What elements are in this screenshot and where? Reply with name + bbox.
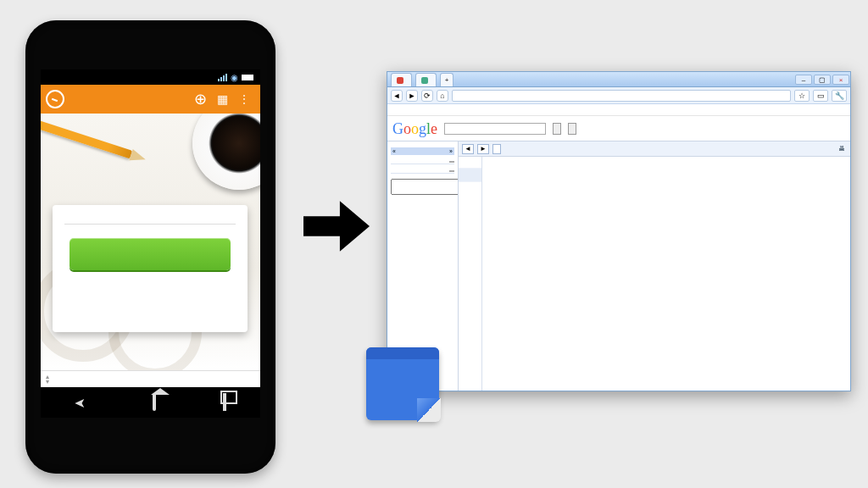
today-button[interactable]	[492, 144, 501, 154]
svg-marker-0	[303, 201, 370, 251]
add-calendar-button[interactable]	[449, 161, 454, 163]
address-bar: ◄ ► ⟳ ⌂ ☆ ▭ 🔧	[387, 87, 850, 104]
browser-titlebar: + – ▢ ×	[387, 72, 850, 87]
maximize-button[interactable]: ▢	[814, 75, 831, 85]
android-status-bar: ◉	[41, 69, 260, 85]
browser-tab[interactable]	[415, 73, 437, 86]
google-topnav	[387, 104, 850, 116]
gcal-grid[interactable]	[459, 157, 850, 391]
search-public-cal-button[interactable]	[568, 123, 576, 135]
minimize-button[interactable]: –	[795, 75, 812, 85]
gcal-controls: ◄ ► 🖶	[459, 141, 850, 157]
current-month-row[interactable]: ▴▾	[41, 370, 260, 387]
tools-button[interactable]: 🔧	[832, 90, 847, 102]
browser-window: + – ▢ × ◄ ► ⟳ ⌂ ☆ ▭ 🔧 Google «»	[387, 71, 851, 391]
google-logo: Google	[392, 120, 437, 136]
home-nav-button[interactable]: ⌂	[437, 90, 448, 102]
back-button[interactable]: ➤	[75, 395, 86, 411]
app-toolbar: ⊕ ▦ ⋮	[41, 85, 260, 114]
coffee-mug-graphic	[192, 114, 260, 190]
gcal-main: ◄ ► 🖶	[459, 141, 850, 391]
start-button[interactable]	[70, 238, 231, 270]
search-my-cal-button[interactable]	[553, 123, 561, 135]
next-week-button[interactable]: ►	[477, 144, 489, 154]
url-input[interactable]	[452, 90, 791, 102]
calendar-search-input[interactable]	[444, 123, 546, 135]
browser-tab[interactable]	[391, 73, 412, 86]
battery-icon	[242, 75, 253, 80]
google-calendar-app-icon	[366, 347, 439, 420]
pencil-graphic	[41, 114, 132, 159]
android-nav-bar: ➤	[41, 387, 260, 418]
mini-prev-icon[interactable]: «	[392, 148, 396, 154]
calendar-icon[interactable]: ▦	[211, 92, 233, 106]
overflow-icon[interactable]: ⋮	[233, 93, 255, 105]
add-friend-input[interactable]	[391, 179, 459, 195]
home-button[interactable]	[153, 395, 156, 410]
arrow-icon	[303, 193, 370, 259]
add-calendar-button[interactable]	[449, 170, 454, 172]
gcal-header: Google	[387, 116, 850, 141]
fwd-nav-button[interactable]: ►	[406, 90, 418, 102]
page-menu-button[interactable]: ▭	[813, 90, 828, 102]
phone-frame: ◉ ⊕ ▦ ⋮ ▴▾	[25, 20, 275, 474]
phone-screen: ◉ ⊕ ▦ ⋮ ▴▾	[41, 69, 260, 418]
print-icon[interactable]: 🖶	[838, 145, 845, 152]
wifi-icon: ◉	[231, 73, 238, 82]
bookmark-button[interactable]: ☆	[794, 90, 810, 102]
new-tab-button[interactable]: +	[440, 73, 453, 86]
app-logo-icon	[46, 90, 64, 108]
back-nav-button[interactable]: ◄	[391, 90, 403, 102]
mini-next-icon[interactable]: »	[449, 148, 453, 154]
add-icon[interactable]: ⊕	[189, 90, 211, 108]
signal-icon	[218, 74, 227, 81]
reload-button[interactable]: ⟳	[421, 90, 433, 102]
prev-week-button[interactable]: ◄	[462, 144, 474, 154]
task-subtitle	[64, 219, 236, 225]
task-card[interactable]	[53, 205, 248, 332]
expand-icon[interactable]: ▴▾	[46, 374, 49, 385]
close-button[interactable]: ×	[832, 75, 849, 85]
mini-calendar[interactable]: «»	[391, 147, 454, 155]
recent-button[interactable]	[223, 395, 226, 410]
app-body	[41, 114, 260, 370]
